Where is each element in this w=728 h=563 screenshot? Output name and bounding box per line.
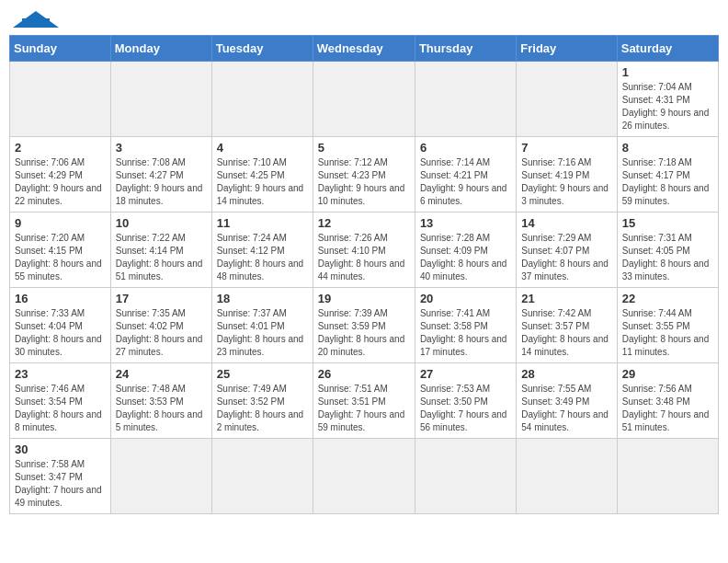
logo — [13, 9, 59, 28]
day-number: 16 — [15, 292, 106, 305]
day-info: Sunrise: 7:44 AM Sunset: 3:55 PM Dayligh… — [622, 307, 713, 359]
day-number: 23 — [15, 367, 106, 381]
day-cell: 23Sunrise: 7:46 AM Sunset: 3:54 PM Dayli… — [10, 363, 111, 439]
day-number: 28 — [521, 367, 611, 381]
day-number: 18 — [217, 292, 308, 305]
day-cell: 10Sunrise: 7:22 AM Sunset: 4:14 PM Dayli… — [110, 213, 211, 288]
week-row-0: 1Sunrise: 7:04 AM Sunset: 4:31 PM Daylig… — [10, 62, 719, 137]
day-cell: 21Sunrise: 7:42 AM Sunset: 3:57 PM Dayli… — [517, 288, 617, 363]
day-cell: 2Sunrise: 7:06 AM Sunset: 4:29 PM Daylig… — [10, 137, 111, 213]
day-number: 10 — [116, 216, 207, 230]
day-info: Sunrise: 7:55 AM Sunset: 3:49 PM Dayligh… — [521, 383, 611, 434]
day-cell: 1Sunrise: 7:04 AM Sunset: 4:31 PM Daylig… — [617, 62, 718, 137]
day-info: Sunrise: 7:26 AM Sunset: 4:10 PM Dayligh… — [318, 232, 410, 283]
day-cell: 16Sunrise: 7:33 AM Sunset: 4:04 PM Dayli… — [10, 288, 111, 363]
day-info: Sunrise: 7:16 AM Sunset: 4:19 PM Dayligh… — [521, 156, 611, 208]
day-number: 2 — [15, 141, 106, 155]
day-info: Sunrise: 7:56 AM Sunset: 3:48 PM Dayligh… — [622, 383, 713, 434]
day-cell: 14Sunrise: 7:29 AM Sunset: 4:07 PM Dayli… — [517, 213, 617, 288]
day-info: Sunrise: 7:12 AM Sunset: 4:23 PM Dayligh… — [318, 156, 410, 208]
day-cell: 20Sunrise: 7:41 AM Sunset: 3:58 PM Dayli… — [415, 288, 516, 363]
day-number: 7 — [521, 141, 611, 155]
day-info: Sunrise: 7:53 AM Sunset: 3:50 PM Dayligh… — [420, 383, 511, 434]
day-cell — [313, 439, 415, 514]
day-cell — [313, 62, 415, 137]
day-info: Sunrise: 7:20 AM Sunset: 4:15 PM Dayligh… — [15, 232, 106, 283]
day-cell — [110, 439, 211, 514]
header-thursday: Thursday — [415, 36, 516, 62]
header-wednesday: Wednesday — [313, 36, 415, 62]
week-row-2: 9Sunrise: 7:20 AM Sunset: 4:15 PM Daylig… — [10, 213, 719, 288]
day-number: 26 — [318, 367, 410, 381]
day-cell — [10, 62, 111, 137]
day-cell: 11Sunrise: 7:24 AM Sunset: 4:12 PM Dayli… — [211, 213, 313, 288]
day-cell: 26Sunrise: 7:51 AM Sunset: 3:51 PM Dayli… — [313, 363, 415, 439]
day-number: 9 — [15, 216, 106, 230]
day-info: Sunrise: 7:37 AM Sunset: 4:01 PM Dayligh… — [217, 307, 308, 359]
day-info: Sunrise: 7:51 AM Sunset: 3:51 PM Dayligh… — [318, 383, 410, 434]
day-number: 24 — [116, 367, 207, 381]
day-cell — [517, 439, 617, 514]
day-number: 27 — [420, 367, 511, 381]
day-cell: 25Sunrise: 7:49 AM Sunset: 3:52 PM Dayli… — [211, 363, 313, 439]
header-tuesday: Tuesday — [211, 36, 313, 62]
day-number: 20 — [420, 292, 511, 305]
day-cell: 17Sunrise: 7:35 AM Sunset: 4:02 PM Dayli… — [110, 288, 211, 363]
day-info: Sunrise: 7:58 AM Sunset: 3:47 PM Dayligh… — [15, 458, 106, 510]
day-cell: 9Sunrise: 7:20 AM Sunset: 4:15 PM Daylig… — [10, 213, 111, 288]
day-info: Sunrise: 7:28 AM Sunset: 4:09 PM Dayligh… — [420, 232, 511, 283]
day-cell: 3Sunrise: 7:08 AM Sunset: 4:27 PM Daylig… — [110, 137, 211, 213]
day-info: Sunrise: 7:10 AM Sunset: 4:25 PM Dayligh… — [217, 156, 308, 208]
day-cell — [617, 439, 718, 514]
day-cell — [211, 439, 313, 514]
header-monday: Monday — [110, 36, 211, 62]
day-cell — [110, 62, 211, 137]
day-cell: 6Sunrise: 7:14 AM Sunset: 4:21 PM Daylig… — [415, 137, 516, 213]
day-number: 13 — [420, 216, 511, 230]
day-cell: 13Sunrise: 7:28 AM Sunset: 4:09 PM Dayli… — [415, 213, 516, 288]
day-cell: 30Sunrise: 7:58 AM Sunset: 3:47 PM Dayli… — [10, 439, 111, 514]
calendar-header-row: SundayMondayTuesdayWednesdayThursdayFrid… — [10, 36, 719, 62]
day-cell: 12Sunrise: 7:26 AM Sunset: 4:10 PM Dayli… — [313, 213, 415, 288]
day-cell: 8Sunrise: 7:18 AM Sunset: 4:17 PM Daylig… — [617, 137, 718, 213]
day-cell — [415, 62, 516, 137]
day-number: 30 — [15, 442, 106, 456]
day-number: 4 — [217, 141, 308, 155]
day-info: Sunrise: 7:24 AM Sunset: 4:12 PM Dayligh… — [217, 232, 308, 283]
day-info: Sunrise: 7:22 AM Sunset: 4:14 PM Dayligh… — [116, 232, 207, 283]
day-cell: 22Sunrise: 7:44 AM Sunset: 3:55 PM Dayli… — [617, 288, 718, 363]
week-row-5: 30Sunrise: 7:58 AM Sunset: 3:47 PM Dayli… — [10, 439, 719, 514]
logo-icon — [13, 11, 59, 28]
header-sunday: Sunday — [10, 36, 111, 62]
day-info: Sunrise: 7:49 AM Sunset: 3:52 PM Dayligh… — [217, 383, 308, 434]
day-cell: 5Sunrise: 7:12 AM Sunset: 4:23 PM Daylig… — [313, 137, 415, 213]
day-number: 19 — [318, 292, 410, 305]
day-cell: 24Sunrise: 7:48 AM Sunset: 3:53 PM Dayli… — [110, 363, 211, 439]
day-number: 6 — [420, 141, 511, 155]
day-cell: 29Sunrise: 7:56 AM Sunset: 3:48 PM Dayli… — [617, 363, 718, 439]
day-number: 17 — [116, 292, 207, 305]
day-info: Sunrise: 7:33 AM Sunset: 4:04 PM Dayligh… — [15, 307, 106, 359]
day-number: 22 — [622, 292, 713, 305]
day-info: Sunrise: 7:35 AM Sunset: 4:02 PM Dayligh… — [116, 307, 207, 359]
week-row-3: 16Sunrise: 7:33 AM Sunset: 4:04 PM Dayli… — [10, 288, 719, 363]
header-friday: Friday — [517, 36, 617, 62]
day-number: 14 — [521, 216, 611, 230]
day-info: Sunrise: 7:06 AM Sunset: 4:29 PM Dayligh… — [15, 156, 106, 208]
day-cell: 28Sunrise: 7:55 AM Sunset: 3:49 PM Dayli… — [517, 363, 617, 439]
day-cell: 19Sunrise: 7:39 AM Sunset: 3:59 PM Dayli… — [313, 288, 415, 363]
day-number: 21 — [521, 292, 611, 305]
day-cell: 27Sunrise: 7:53 AM Sunset: 3:50 PM Dayli… — [415, 363, 516, 439]
day-info: Sunrise: 7:31 AM Sunset: 4:05 PM Dayligh… — [622, 232, 713, 283]
page-header — [9, 9, 719, 28]
day-number: 8 — [622, 141, 713, 155]
day-cell: 15Sunrise: 7:31 AM Sunset: 4:05 PM Dayli… — [617, 213, 718, 288]
day-number: 12 — [318, 216, 410, 230]
day-info: Sunrise: 7:39 AM Sunset: 3:59 PM Dayligh… — [318, 307, 410, 359]
day-info: Sunrise: 7:42 AM Sunset: 3:57 PM Dayligh… — [521, 307, 611, 359]
day-number: 5 — [318, 141, 410, 155]
day-number: 29 — [622, 367, 713, 381]
day-info: Sunrise: 7:48 AM Sunset: 3:53 PM Dayligh… — [116, 383, 207, 434]
day-info: Sunrise: 7:18 AM Sunset: 4:17 PM Dayligh… — [622, 156, 713, 208]
calendar-table: SundayMondayTuesdayWednesdayThursdayFrid… — [9, 35, 719, 514]
